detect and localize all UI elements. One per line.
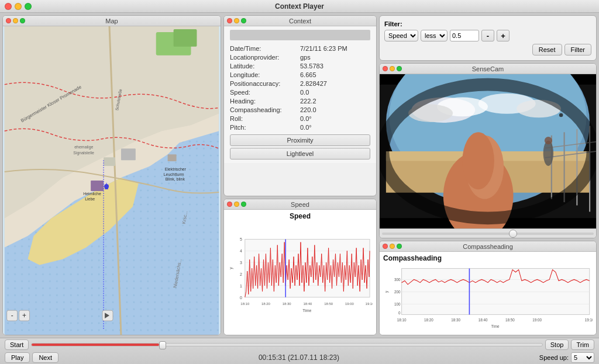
col-right: Filter: Speed less - + Reset Filter <box>379 15 597 335</box>
filter-label: Filter: <box>384 20 591 27</box>
speed-up-select[interactable]: 5 1 2 10 <box>571 352 594 363</box>
proximity-button[interactable]: Proximity <box>230 134 370 146</box>
svg-text:18:50: 18:50 <box>505 318 515 322</box>
map-min-btn[interactable] <box>13 18 18 23</box>
context-label-speed: Speed: <box>230 89 300 96</box>
speed-up-control: Speed up: 5 1 2 10 <box>539 352 594 363</box>
sensecam-slider-thumb[interactable] <box>509 230 517 238</box>
map-titlebar: Map <box>3 16 221 26</box>
context-value-compassheading: 220.0 <box>300 106 316 113</box>
context-panel-controls[interactable] <box>227 18 246 23</box>
context-max-btn[interactable] <box>241 18 246 23</box>
play-button[interactable]: Play <box>5 352 30 363</box>
trim-button[interactable]: Trim <box>571 339 594 350</box>
map-max-btn[interactable] <box>20 18 25 23</box>
filter-less-select[interactable]: less <box>421 30 447 41</box>
compass-panel-controls[interactable] <box>383 244 402 249</box>
filter-plus-button[interactable]: + <box>497 30 510 41</box>
context-label-pitch: Pitch: <box>230 124 300 131</box>
context-row-positionaccuracy: Positionaccuracy: 2.828427 <box>230 80 370 87</box>
speed-min-btn[interactable] <box>234 202 239 207</box>
svg-text:18:30: 18:30 <box>283 302 292 306</box>
sensecam-slider-track[interactable] <box>382 233 594 235</box>
compass-min-btn[interactable] <box>390 244 395 249</box>
svg-text:y: y <box>229 267 233 269</box>
minimize-button[interactable] <box>15 3 22 10</box>
svg-text:y: y <box>384 290 389 293</box>
sensecam-content <box>380 74 596 228</box>
next-button[interactable]: Next <box>32 352 58 363</box>
sensecam-slider-bar[interactable] <box>380 228 596 238</box>
svg-text:-: - <box>11 311 13 320</box>
svg-point-74 <box>559 113 563 117</box>
start-button[interactable]: Start <box>5 339 29 350</box>
svg-text:19:00: 19:00 <box>532 318 542 322</box>
context-row-latitude: Latitude: 53.5783 <box>230 63 370 70</box>
context-label-locationprovider: Locationprovider: <box>230 54 300 61</box>
context-row-datetime: Date/Time: 7/21/11 6:23 PM <box>230 45 370 52</box>
compass-panel: Compassheading Compassheading 0 100 200 <box>379 241 597 335</box>
sensecam-min-btn[interactable] <box>390 66 395 71</box>
sensecam-svg <box>380 74 596 228</box>
context-value-datetime: 7/21/11 6:23 PM <box>300 45 347 52</box>
compass-titlebar: Compassheading <box>380 241 596 252</box>
svg-text:2: 2 <box>240 272 242 276</box>
progress-thumb[interactable] <box>159 341 166 349</box>
context-row-heading: Heading: 222.2 <box>230 98 370 105</box>
reset-button[interactable]: Reset <box>532 44 562 56</box>
maximize-button[interactable] <box>25 3 32 10</box>
sensecam-max-btn[interactable] <box>397 66 402 71</box>
context-label-positionaccuracy: Positionaccuracy: <box>230 80 300 87</box>
speed-close-btn[interactable] <box>227 202 232 207</box>
context-value-heading: 222.2 <box>300 98 316 105</box>
speed-titlebar: Speed <box>224 199 376 210</box>
progress-end-btns: Stop Trim <box>545 339 594 350</box>
context-label-compassheading: Compassheading: <box>230 106 300 113</box>
context-panel: Context Date/Time: 7/21/11 6:23 PM Locat… <box>223 15 377 196</box>
compass-close-btn[interactable] <box>383 244 388 249</box>
context-row-speed: Speed: 0.0 <box>230 89 370 96</box>
speed-max-btn[interactable] <box>241 202 246 207</box>
context-min-btn[interactable] <box>234 18 239 23</box>
map-close-btn[interactable] <box>6 18 11 23</box>
map-content[interactable]: Bürgermeister Kloser Promenade Schulstra… <box>3 26 221 335</box>
map-panel-controls[interactable] <box>6 18 25 23</box>
svg-text:Time: Time <box>491 324 500 328</box>
stop-button[interactable]: Stop <box>545 339 569 350</box>
sensecam-close-btn[interactable] <box>383 66 388 71</box>
svg-text:4: 4 <box>240 249 242 253</box>
window-controls[interactable] <box>5 3 32 10</box>
context-buttons: Proximity Lightlevel <box>230 134 370 160</box>
svg-text:18:20: 18:20 <box>424 318 433 322</box>
filter-speed-select[interactable]: Speed <box>384 30 418 41</box>
sensecam-panel-controls[interactable] <box>383 66 402 71</box>
sensecam-titlebar: SenseCam <box>380 64 596 74</box>
context-value-locationprovider: gps <box>300 54 311 61</box>
speed-title: Speed <box>291 201 309 208</box>
context-label-datetime: Date/Time: <box>230 45 300 52</box>
context-label-longitude: Longitude: <box>230 71 300 78</box>
svg-point-69 <box>543 141 553 167</box>
speed-panel-controls[interactable] <box>227 202 246 207</box>
progress-track[interactable] <box>31 343 543 346</box>
close-button[interactable] <box>5 3 12 10</box>
svg-text:100: 100 <box>394 302 401 306</box>
sensecam-title: SenseCam <box>472 65 504 72</box>
lightlevel-button[interactable]: Lightlevel <box>230 148 370 160</box>
svg-text:18:50: 18:50 <box>324 302 333 306</box>
context-close-btn[interactable] <box>227 18 232 23</box>
speed-chart-svg: 0 1 2 3 4 5 y 18:10 18:20 18:30 18:40 18… <box>228 221 373 332</box>
context-label-heading: Heading: <box>230 98 300 105</box>
svg-rect-76 <box>402 268 590 314</box>
context-value-positionaccuracy: 2.828427 <box>300 80 327 87</box>
filter-minus-button[interactable]: - <box>481 30 494 41</box>
compass-chart-svg: 0 100 200 300 y 18:10 18:20 18:30 18:40 … <box>383 264 593 332</box>
context-label-roll: Roll: <box>230 115 300 122</box>
context-row-longitude: Longitude: 6.665 <box>230 71 370 78</box>
svg-text:Leuchtturm: Leuchtturm <box>164 172 184 176</box>
compass-max-btn[interactable] <box>397 244 402 249</box>
bottom-bar: Start Stop Trim Play Next 00:15:31 (21.0… <box>0 338 599 364</box>
filter-button[interactable]: Filter <box>564 44 591 56</box>
compass-chart-title: Compassheading <box>383 254 593 262</box>
filter-value-input[interactable] <box>450 30 479 41</box>
